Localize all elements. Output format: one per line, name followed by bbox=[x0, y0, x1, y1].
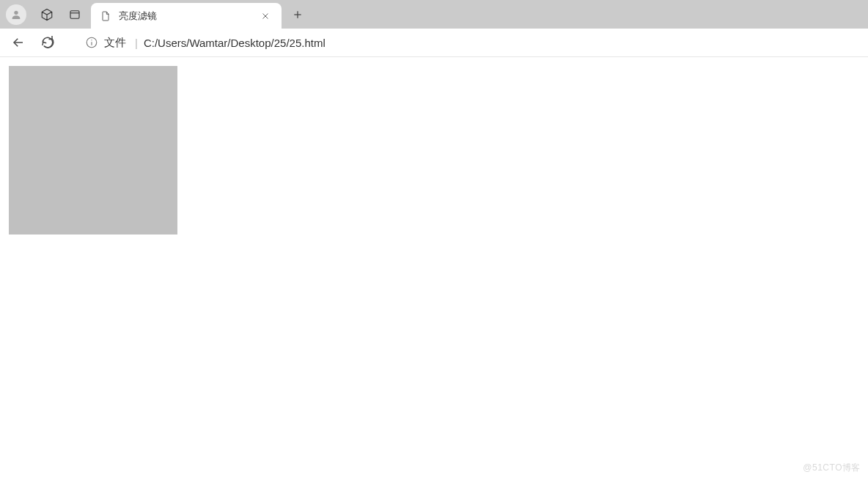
reload-button[interactable] bbox=[35, 30, 60, 55]
filtered-image-box bbox=[9, 66, 177, 235]
close-icon bbox=[261, 12, 270, 21]
svg-rect-1 bbox=[70, 10, 79, 18]
back-button[interactable] bbox=[6, 30, 31, 55]
info-icon bbox=[85, 36, 98, 49]
tab-close-button[interactable] bbox=[258, 9, 273, 23]
file-icon bbox=[100, 10, 111, 22]
new-tab-button[interactable] bbox=[287, 4, 308, 25]
url-text: C:/Users/Wamtar/Desktop/25/25.html bbox=[144, 37, 855, 49]
person-icon bbox=[10, 9, 22, 21]
profile-button[interactable] bbox=[6, 4, 26, 25]
site-info-button[interactable] bbox=[85, 36, 98, 49]
window-icon bbox=[68, 8, 81, 21]
tab-overview-button[interactable] bbox=[63, 3, 87, 26]
workspaces-button[interactable] bbox=[35, 3, 59, 26]
cube-icon bbox=[40, 8, 54, 21]
url-divider: | bbox=[135, 37, 138, 49]
plus-icon bbox=[292, 9, 304, 21]
svg-point-0 bbox=[14, 10, 18, 14]
arrow-left-icon bbox=[12, 36, 25, 49]
tab-title: 亮度滤镜 bbox=[119, 10, 252, 23]
page-content: @51CTO博客 bbox=[0, 57, 868, 480]
address-bar[interactable]: 文件 | C:/Users/Wamtar/Desktop/25/25.html bbox=[78, 31, 862, 54]
watermark: @51CTO博客 bbox=[803, 462, 861, 474]
svg-point-10 bbox=[91, 40, 92, 40]
url-scheme-label: 文件 bbox=[104, 36, 126, 50]
tab-strip: 亮度滤镜 bbox=[0, 0, 868, 29]
browser-tab[interactable]: 亮度滤镜 bbox=[91, 3, 282, 29]
toolbar: 文件 | C:/Users/Wamtar/Desktop/25/25.html bbox=[0, 29, 868, 57]
